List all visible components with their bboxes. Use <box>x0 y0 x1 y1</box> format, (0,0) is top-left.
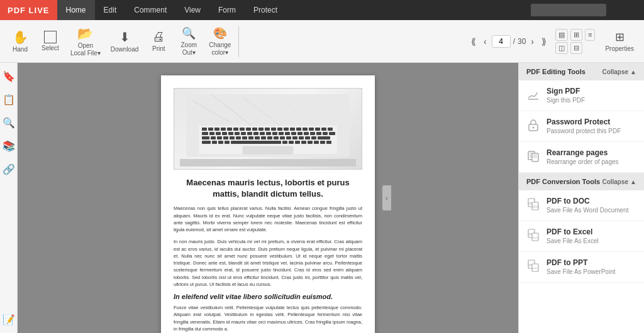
svg-rect-38 <box>272 132 277 135</box>
layers-icon[interactable]: 📚 <box>0 138 18 155</box>
pdf-page: Maecenas mauris lectus, lobortis et puru… <box>161 75 375 333</box>
open-label: OpenLocal File▾ <box>70 42 101 57</box>
svg-rect-9 <box>221 128 226 131</box>
page-number-input[interactable] <box>492 35 511 48</box>
pages-icon[interactable]: 📋 <box>0 91 18 108</box>
svg-rect-31 <box>228 132 233 135</box>
password-protect-icon <box>526 118 540 135</box>
svg-rect-24 <box>315 128 320 131</box>
pdf-to-excel-item[interactable]: PDFXLS PDF to Excel Save File As Excel <box>519 221 644 252</box>
hand-icon: ✋ <box>13 30 28 45</box>
conversion-collapse-label: Collapse <box>602 178 628 185</box>
svg-text:DOC: DOC <box>533 205 540 209</box>
rearrange-pages-subtitle: Rearrange order of pages <box>547 158 619 165</box>
pdf-to-doc-text: PDF to DOC Save File As Word Document <box>547 197 628 214</box>
attachments-icon[interactable]: 🔗 <box>0 161 18 178</box>
svg-rect-44 <box>310 132 315 135</box>
nav-tab-form[interactable]: Form <box>209 0 245 20</box>
pdf-to-ppt-item[interactable]: PDFPPT PDF to PPT Save File As PowerPoin… <box>519 252 644 283</box>
svg-rect-23 <box>309 128 314 131</box>
hand-tool[interactable]: ✋ Hand <box>5 26 35 57</box>
fit-width-button[interactable]: ◫ <box>555 42 568 54</box>
svg-rect-47 <box>329 132 335 135</box>
logo: PDF LIVE <box>0 0 57 20</box>
svg-rect-14 <box>252 128 257 131</box>
collapse-arrow-icon: › <box>386 195 387 202</box>
color-tool[interactable]: 🎨 Changecolor▾ <box>204 23 236 60</box>
conversion-tools-header[interactable]: PDF Conversion Tools Collapse ▲ <box>519 173 644 190</box>
svg-rect-54 <box>242 136 247 139</box>
password-protect-item[interactable]: Password Protect Password protect this P… <box>519 111 644 142</box>
svg-rect-30 <box>222 132 227 135</box>
next-page-button[interactable]: › <box>528 35 536 48</box>
comments-icon[interactable]: 📝 <box>0 311 18 328</box>
first-page-button[interactable]: ⟪ <box>469 35 479 48</box>
editing-tools-collapse-button[interactable]: Collapse ▲ <box>602 68 636 75</box>
print-tool[interactable]: 🖨 Print <box>143 26 174 57</box>
page-separator: / <box>513 37 515 46</box>
svg-rect-18 <box>277 128 282 131</box>
svg-rect-35 <box>253 132 258 135</box>
conversion-tools-title: PDF Conversion Tools <box>526 178 600 185</box>
nav-tab-home[interactable]: Home <box>57 0 95 20</box>
select-tool[interactable]: Select <box>35 27 65 56</box>
rearrange-pages-text: Rearrange pages Rearrange order of pages <box>547 148 619 165</box>
open-icon: 📂 <box>77 26 93 41</box>
open-tool[interactable]: 📂 OpenLocal File▾ <box>65 22 106 61</box>
zoom-tool[interactable]: 🔍 ZoomOut▾ <box>174 23 204 60</box>
select-label: Select <box>42 45 59 52</box>
collapse-sidebar-button[interactable]: › <box>382 185 391 210</box>
svg-rect-21 <box>296 128 301 131</box>
svg-rect-36 <box>260 132 265 135</box>
svg-rect-8 <box>214 128 219 131</box>
prev-page-button[interactable]: ‹ <box>481 35 489 48</box>
bookmark-icon[interactable]: 🔖 <box>0 68 18 85</box>
svg-rect-75 <box>301 141 306 144</box>
nav-tab-view[interactable]: View <box>175 0 209 20</box>
last-page-button[interactable]: ⟫ <box>539 35 549 48</box>
pdf-to-doc-title: PDF to DOC <box>547 197 628 205</box>
nav-tab-protect[interactable]: Protect <box>245 0 286 20</box>
svg-rect-13 <box>246 128 251 131</box>
svg-rect-59 <box>274 136 279 139</box>
rearrange-pages-item[interactable]: Rearrange pages Rearrange order of pages <box>519 142 644 173</box>
svg-rect-55 <box>248 136 253 139</box>
view-row-1: ▤ ⊞ ≡ <box>555 29 595 41</box>
svg-rect-11 <box>233 128 238 131</box>
svg-rect-27 <box>202 132 208 135</box>
pdf-to-doc-item[interactable]: PDF→DOC PDF to DOC Save File As Word Doc… <box>519 190 644 221</box>
properties-button[interactable]: ⊞ Properties <box>600 26 639 57</box>
rearrange-pages-icon <box>526 149 540 166</box>
nav-tab-comment[interactable]: Comment <box>125 0 175 20</box>
svg-rect-34 <box>247 132 252 135</box>
download-tool[interactable]: ⬇ Download <box>106 26 143 57</box>
pdf-image <box>174 88 362 170</box>
two-page-view-button[interactable]: ⊞ <box>570 29 582 41</box>
fit-page-button[interactable]: ⊟ <box>570 42 582 54</box>
top-bar: PDF LIVE Home Edit Comment View Form Pro… <box>0 0 644 20</box>
svg-rect-63 <box>299 136 304 139</box>
collapse-label: Collapse <box>602 68 628 75</box>
pdf-body-2: In non mauris justo. Duis vehicula mi ve… <box>174 238 362 288</box>
nav-tab-edit[interactable]: Edit <box>95 0 126 20</box>
scroll-view-button[interactable]: ≡ <box>585 29 595 41</box>
svg-rect-80 <box>243 146 293 154</box>
conversion-tools-collapse-button[interactable]: Collapse ▲ <box>602 178 636 185</box>
search-sidebar-icon[interactable]: 🔍 <box>0 114 18 131</box>
single-page-view-button[interactable]: ▤ <box>555 29 568 41</box>
svg-rect-29 <box>216 132 221 135</box>
left-sidebar: 🔖 📋 🔍 📚 🔗 📝 <box>0 63 18 333</box>
zoom-label: ZoomOut▾ <box>181 41 197 57</box>
svg-rect-74 <box>295 141 300 144</box>
svg-rect-40 <box>285 132 290 135</box>
page-total: 30 <box>518 37 526 46</box>
select-icon <box>44 31 57 43</box>
sign-pdf-item[interactable]: Sign PDF Sign this PDF <box>519 80 644 111</box>
editing-tools-header[interactable]: PDF Editing Tools Collapse ▲ <box>519 63 644 80</box>
svg-rect-61 <box>286 136 291 139</box>
password-protect-subtitle: Password protect this PDF <box>547 128 621 134</box>
svg-rect-22 <box>303 128 308 131</box>
search-input[interactable] <box>531 4 606 16</box>
svg-point-84 <box>533 127 535 129</box>
pdf-to-ppt-subtitle: Save File As PowerPoint <box>547 268 616 275</box>
